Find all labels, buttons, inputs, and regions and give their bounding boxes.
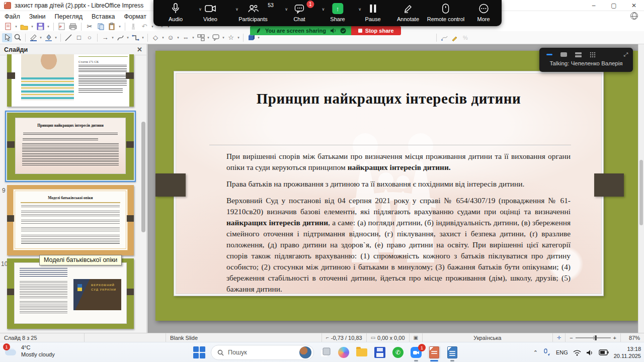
status-layout[interactable]: Blank Slide: [166, 333, 322, 342]
close-icon[interactable]: ✕: [137, 46, 142, 53]
stop-share-button[interactable]: Stop share: [351, 26, 401, 35]
slide-thumbnail-8-selected[interactable]: Принцип найкращих інтересів дитини: [5, 111, 136, 182]
zoom-slider[interactable]: − +: [566, 333, 621, 342]
gluepoints-icon[interactable]: [450, 33, 460, 42]
dropdown-arrow-icon[interactable]: ▾: [118, 25, 122, 29]
zoom-slider-thumb[interactable]: [595, 335, 597, 340]
dropdown-arrow-icon[interactable]: ▾: [221, 36, 225, 40]
zoom-app-button[interactable]: 1: [410, 346, 423, 359]
connector-icon[interactable]: [130, 33, 140, 42]
undo-icon[interactable]: ↶: [139, 22, 149, 31]
export-pdf-icon[interactable]: P: [57, 22, 67, 31]
chevron-down-icon[interactable]: ∨: [199, 7, 202, 12]
battery-icon[interactable]: [599, 349, 609, 355]
task-view-button[interactable]: [319, 346, 332, 359]
chevron-down-icon[interactable]: ∨: [358, 7, 361, 12]
line-color-icon[interactable]: [28, 33, 38, 42]
chevron-down-icon[interactable]: ∨: [321, 7, 325, 12]
weather-widget[interactable]: 1 4°C Mostly cloudy: [4, 344, 55, 358]
dropdown-arrow-icon[interactable]: ▾: [150, 25, 154, 29]
edit-points-icon[interactable]: [439, 33, 449, 42]
video-button[interactable]: ∨ Video: [203, 3, 217, 22]
annotate-button[interactable]: Annotate: [397, 3, 419, 22]
dropdown-arrow-icon[interactable]: ▾: [176, 36, 180, 40]
close-button[interactable]: ✕: [624, 0, 644, 11]
zoom-in-icon[interactable]: +: [613, 335, 616, 341]
dropdown-arrow-icon[interactable]: ▾: [30, 25, 34, 29]
input-language-indicator[interactable]: ENG: [556, 349, 568, 355]
gallery-view-icon[interactable]: [590, 52, 596, 58]
status-save-state[interactable]: ▣: [410, 333, 423, 342]
stacked-view-icon[interactable]: [575, 52, 582, 57]
slide-thumbnail-10[interactable]: ВЕРХОВНИЙ СУД УКРАЇНИ: [7, 258, 134, 329]
zoom-slider-track[interactable]: [576, 337, 611, 338]
dropdown-arrow-icon[interactable]: ▾: [206, 36, 210, 40]
speaker-view-icon[interactable]: [560, 52, 567, 57]
cut-icon[interactable]: ✂: [85, 22, 95, 31]
participants-button[interactable]: 53 ∨ Participants: [238, 3, 267, 22]
symbol-shapes-icon[interactable]: ☺: [166, 33, 176, 42]
minimize-button[interactable]: –: [584, 0, 604, 11]
writer-app-button[interactable]: [446, 346, 459, 359]
save-app-button[interactable]: [373, 346, 386, 359]
save-icon[interactable]: [35, 22, 45, 31]
lines-arrows-icon[interactable]: →: [100, 33, 110, 42]
maximize-button[interactable]: ▢: [604, 0, 624, 11]
fontwork-icon[interactable]: %: [460, 33, 470, 42]
chat-button[interactable]: 1 ∨ Chat: [293, 3, 305, 22]
callouts-icon[interactable]: [211, 33, 221, 42]
audio-button[interactable]: ∨ Audio: [169, 3, 183, 22]
chevron-down-icon[interactable]: ∨: [235, 7, 238, 12]
select-icon[interactable]: [2, 33, 12, 42]
dropdown-arrow-icon[interactable]: ▾: [257, 36, 261, 40]
status-language[interactable]: Українська: [423, 333, 553, 342]
slide-thumbnail-7[interactable]: Стаття 171 СК: [7, 54, 134, 107]
voice-access-icon[interactable]: [543, 348, 551, 356]
minimize-view-icon[interactable]: [546, 54, 552, 55]
dropdown-arrow-icon[interactable]: ▾: [39, 36, 43, 40]
paste-icon[interactable]: [107, 22, 117, 31]
copilot-button[interactable]: [337, 346, 350, 359]
rectangle-icon[interactable]: □: [74, 33, 84, 42]
dropdown-arrow-icon[interactable]: ▾: [111, 36, 115, 40]
menu-format[interactable]: Формат: [120, 12, 151, 21]
impress-app-button[interactable]: [428, 346, 441, 359]
search-highlight-image[interactable]: [299, 346, 311, 358]
fill-color-icon[interactable]: [43, 33, 53, 42]
dropdown-arrow-icon[interactable]: ▾: [14, 25, 18, 29]
volume-icon[interactable]: [586, 349, 594, 356]
dropdown-arrow-icon[interactable]: ▾: [126, 36, 130, 40]
remote-control-button[interactable]: Remote control: [427, 3, 465, 22]
whatsapp-button[interactable]: ✆: [391, 346, 405, 359]
dropdown-arrow-icon[interactable]: ▾: [46, 25, 50, 29]
more-button[interactable]: More: [477, 3, 490, 22]
pause-button[interactable]: Pause: [365, 3, 380, 22]
audio-sharing-icon[interactable]: [330, 28, 336, 34]
clock-widget[interactable]: 13:18 20.11.2025: [614, 345, 641, 360]
globe-icon[interactable]: [630, 12, 638, 20]
wifi-icon[interactable]: [573, 349, 581, 356]
basic-shapes-icon[interactable]: ◇: [150, 33, 160, 42]
fit-slide-button[interactable]: ✛: [553, 333, 566, 342]
new-document-icon[interactable]: [3, 22, 13, 31]
share-button[interactable]: ↑ ∨ Share: [330, 3, 345, 22]
start-button[interactable]: [193, 346, 206, 359]
dropdown-arrow-icon[interactable]: ▾: [141, 36, 145, 40]
scrollbar-thumb[interactable]: [141, 122, 145, 232]
curve-icon[interactable]: [115, 33, 125, 42]
zoom-out-icon[interactable]: −: [570, 335, 573, 341]
menu-insert[interactable]: Вставка: [87, 12, 119, 21]
ellipse-icon[interactable]: ○: [85, 33, 95, 42]
chevron-down-icon[interactable]: ∨: [285, 7, 288, 12]
dropdown-arrow-icon[interactable]: ▾: [191, 36, 195, 40]
slide-thumbnail-8[interactable]: Принцип найкращих інтересів дитини: [7, 113, 134, 180]
open-file-icon[interactable]: [19, 22, 29, 31]
file-explorer-button[interactable]: [355, 346, 368, 359]
flowchart-icon[interactable]: [196, 33, 206, 42]
search-box[interactable]: Пошук: [211, 345, 314, 360]
clone-formatting-icon[interactable]: [128, 22, 138, 31]
print-icon[interactable]: [68, 22, 78, 31]
slides-panel-scrollbar[interactable]: [141, 56, 145, 331]
dropdown-arrow-icon[interactable]: ▾: [236, 36, 240, 40]
copy-icon[interactable]: [96, 22, 106, 31]
